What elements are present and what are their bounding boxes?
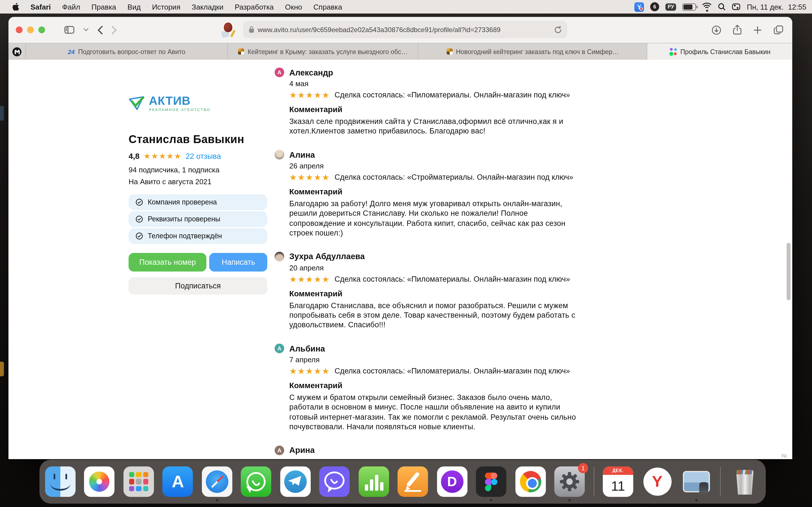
numbers-dock-icon[interactable] — [359, 466, 389, 497]
downloads-icon[interactable] — [712, 25, 721, 35]
menu-bar: Safari Файл Правка Вид История Закладки … — [0, 0, 812, 13]
reviewer-name: Зухра Абдуллаева — [289, 252, 365, 261]
safari-window: www.avito.ru/user/9c659eebad2e02a543a308… — [8, 17, 792, 459]
chrome-dock-icon[interactable] — [515, 466, 546, 497]
dock-separator — [720, 467, 721, 496]
app-store-dock-icon[interactable]: A — [163, 466, 193, 497]
pages-dock-icon[interactable] — [398, 466, 428, 497]
menu-item-bookmarks[interactable]: Закладки — [186, 3, 229, 11]
telegram-dock-icon[interactable] — [280, 466, 311, 497]
whatsapp-dock-icon[interactable] — [241, 466, 271, 497]
system-settings-dock-icon[interactable]: 1 — [554, 466, 585, 497]
tab-favicon — [238, 48, 244, 55]
tab-profile-active[interactable]: Профиль Станислав Бавыкин — [647, 43, 792, 60]
battery-icon[interactable] — [682, 3, 696, 10]
trash-dock-icon[interactable] — [730, 466, 760, 497]
notification-badge-icon[interactable]: 6 — [650, 2, 659, 11]
pinned-tab[interactable] — [8, 43, 26, 60]
review-card: А Альбина 7 апреля ★★★★★ Сделка состояла… — [274, 344, 583, 432]
avatar: А — [274, 68, 284, 77]
share-icon[interactable] — [733, 25, 742, 35]
sidebar-toggle-icon[interactable] — [64, 26, 74, 34]
back-button[interactable] — [98, 25, 103, 34]
logo-check-icon — [129, 95, 146, 112]
sidebar-chevron-icon[interactable] — [84, 28, 89, 32]
tab-favicon-24: 24 — [68, 48, 75, 55]
lock-icon — [249, 26, 254, 33]
calendar-dock-icon[interactable]: ДЕК. 11 — [603, 466, 633, 497]
tab-title: Подготовить вопрос-ответ по Авито — [78, 48, 185, 55]
minimize-window-button[interactable] — [27, 26, 34, 33]
rating-row: 4,8 ★★★★★ 22 отзыва — [129, 152, 267, 161]
rating-value: 4,8 — [129, 152, 140, 161]
launchpad-dock-icon[interactable] — [123, 466, 154, 497]
dock-separator — [594, 467, 594, 496]
reviews-count-link[interactable]: 22 отзыва — [186, 152, 221, 160]
menu-item-history[interactable]: История — [146, 3, 186, 11]
menu-item-view[interactable]: Вид — [122, 3, 146, 11]
badge-requisites-verified: Реквизиты проверены — [129, 211, 267, 227]
subscribe-button[interactable]: Подписаться — [129, 277, 267, 295]
menu-clock[interactable]: Пн, 11 дек. 12:55 — [747, 3, 806, 11]
tab-catering-crimea[interactable]: Кейтеринг в Крыму: заказать услуги выезд… — [228, 43, 418, 60]
figma-dock-icon[interactable] — [476, 466, 506, 497]
check-circle-icon — [135, 232, 143, 240]
finder-dock-icon[interactable] — [45, 466, 75, 497]
control-center-icon[interactable] — [732, 3, 741, 10]
new-tab-icon[interactable] — [753, 25, 762, 34]
comment-text: Благодарю за работу! Долго меня муж угов… — [289, 199, 583, 238]
menu-app-name[interactable]: Safari — [25, 3, 56, 11]
pinned-tab-favicon — [12, 47, 21, 56]
reviews-list: А Александр 4 мая ★★★★★ Сделка состоялас… — [274, 68, 583, 459]
logo-subtitle: РЕКЛАМНОЕ АГЕНТСТВО — [149, 108, 211, 112]
zoom-window-button[interactable] — [38, 26, 45, 33]
reviewer-name: Арина — [289, 446, 315, 455]
input-language-indicator[interactable]: РУ — [665, 3, 676, 10]
tab-avito-qa[interactable]: 24 Подготовить вопрос-ответ по Авито — [26, 43, 228, 60]
minimized-window-thumbnail[interactable] — [681, 466, 712, 497]
purple-d-app-dock-icon[interactable]: D — [437, 466, 467, 497]
menu-item-file[interactable]: Файл — [56, 3, 86, 11]
yandex-status-icon[interactable]: Y — [635, 2, 644, 11]
comment-label: Комментарий — [289, 187, 583, 196]
rating-stars: ★★★★★ — [144, 152, 182, 160]
forward-button[interactable] — [112, 25, 117, 34]
close-window-button[interactable] — [16, 26, 22, 33]
comment-text: С мужем и братом открыли семейный бизнес… — [289, 393, 583, 432]
avatar: А — [274, 344, 284, 353]
extension-icon[interactable] — [221, 22, 234, 37]
tab-catering-newyear[interactable]: Новогодний кейтеринг заказать под ключ в… — [418, 43, 647, 60]
review-card: Зухра Абдуллаева 20 апреля ★★★★★ Сделка … — [274, 252, 583, 330]
comment-text: Благодарю Станислава, все объяснил и пом… — [289, 301, 583, 330]
address-bar[interactable]: www.avito.ru/user/9c659eebad2e02a543a308… — [243, 21, 567, 38]
review-card: А Александр 4 мая ★★★★★ Сделка состоялас… — [274, 68, 583, 136]
calendar-month: ДЕК. — [603, 466, 633, 475]
avatar — [274, 252, 284, 262]
comment-text: Зказал селе продвижения сайта у Станисла… — [289, 117, 583, 136]
reload-icon[interactable] — [554, 25, 562, 34]
yandex-browser-dock-icon[interactable]: Y — [642, 466, 672, 497]
menu-date: Пн, 11 дек. — [747, 3, 783, 11]
profile-panel: АКТИВ РЕКЛАМНОЕ АГЕНТСТВО Станислав Бавы… — [129, 95, 267, 295]
spotlight-search-icon[interactable] — [718, 3, 726, 11]
scrollbar-thumb[interactable] — [786, 243, 791, 300]
menu-item-develop[interactable]: Разработка — [229, 3, 280, 11]
menu-item-help[interactable]: Справка — [308, 3, 348, 11]
check-circle-icon — [135, 198, 143, 206]
url-text: www.avito.ru/user/9c659eebad2e02a543a308… — [258, 25, 554, 34]
followers-stat: 94 подписчика, 1 подписка — [129, 166, 267, 174]
badge-label: Реквизиты проверены — [148, 215, 220, 223]
viber-dock-icon[interactable] — [319, 466, 350, 497]
menu-item-window[interactable]: Окно — [280, 3, 308, 11]
verification-badges: Компания проверена Реквизиты проверены — [129, 194, 267, 244]
write-message-button[interactable]: Написать — [209, 253, 267, 272]
safari-dock-icon[interactable] — [202, 466, 232, 497]
profile-name: Станислав Бавыкин — [129, 133, 267, 146]
show-phone-button[interactable]: Показать номер — [129, 253, 207, 272]
photos-dock-icon[interactable] — [84, 466, 115, 497]
apple-menu-icon[interactable] — [7, 3, 25, 11]
tab-overview-icon[interactable] — [774, 25, 783, 34]
wifi-icon[interactable] — [702, 2, 712, 11]
reviewer-name: Александр — [289, 68, 333, 77]
menu-item-edit[interactable]: Правка — [86, 3, 122, 11]
